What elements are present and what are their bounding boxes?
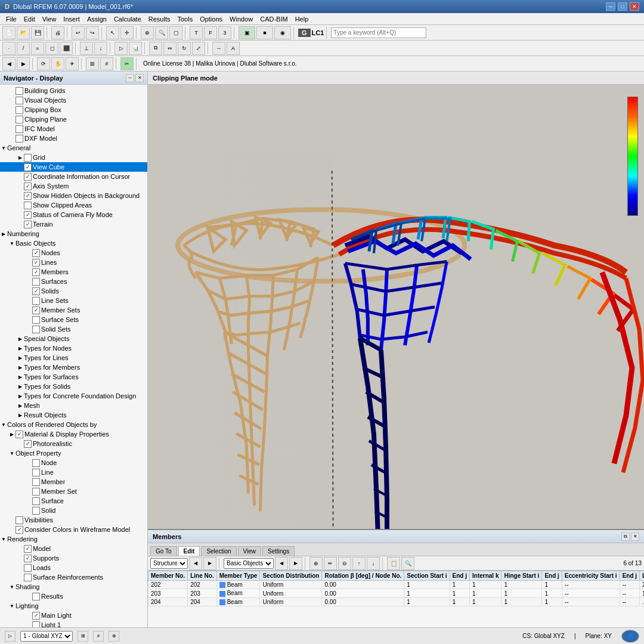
table-btn-6[interactable]: 📋	[387, 557, 400, 570]
nav-item-solid[interactable]: Solid	[0, 506, 147, 515]
nav-item-show-clipped[interactable]: Show Clipped Areas	[0, 200, 147, 210]
tree-checkbox[interactable]	[32, 507, 40, 515]
nav-item-types-members[interactable]: ▶ Types for Members	[0, 363, 147, 372]
table-row[interactable]: 204 204 Beam Uniform 0.00 1 1 1 1 1 -- -…	[148, 597, 645, 606]
nav-item-ifc-model[interactable]: IFC Model	[0, 124, 147, 134]
tree-checkbox[interactable]	[32, 287, 40, 295]
result-btn[interactable]: 📊	[129, 42, 142, 55]
menu-edit[interactable]: Edit	[20, 14, 39, 24]
tree-checkbox[interactable]	[32, 488, 40, 496]
tab-settings[interactable]: Settings	[262, 546, 295, 556]
nav-item-surfaces[interactable]: Surfaces	[0, 277, 147, 286]
support-tool[interactable]: ⊥	[80, 42, 93, 55]
view-top-btn[interactable]: T	[190, 26, 203, 39]
tree-checkbox[interactable]	[24, 192, 32, 200]
tree-checkbox[interactable]	[24, 163, 32, 171]
nav-item-result-objects[interactable]: ▶ Result Objects	[0, 410, 147, 420]
window-controls[interactable]: ─ □ ✕	[606, 2, 639, 11]
view-front-btn[interactable]: F	[204, 26, 217, 39]
menu-file[interactable]: File	[2, 14, 20, 24]
tree-checkbox[interactable]	[16, 516, 23, 524]
filter-type-select[interactable]: Structure	[150, 558, 188, 569]
pan-btn[interactable]: ✋	[51, 57, 64, 70]
print-btn[interactable]: 🖨	[51, 26, 64, 39]
tab-view[interactable]: View	[238, 546, 262, 556]
load-tool[interactable]: ↓	[94, 42, 107, 55]
menu-cad-bim[interactable]: CAD-BIM	[256, 14, 291, 24]
tab-edit[interactable]: Edit	[178, 546, 200, 556]
render-btn[interactable]: ◉	[274, 26, 291, 39]
minimize-btn[interactable]: ─	[606, 2, 615, 11]
tree-checkbox[interactable]	[32, 316, 40, 324]
tree-checkbox[interactable]	[32, 497, 40, 505]
nav-item-main-light[interactable]: Main Light	[0, 611, 147, 620]
nav-item-special-objects[interactable]: ▶ Special Objects	[0, 334, 147, 343]
nav-item-loads[interactable]: Loads	[0, 563, 147, 572]
tree-checkbox[interactable]	[32, 612, 40, 620]
tree-checkbox[interactable]	[24, 555, 32, 562]
mirror-btn[interactable]: ⇔	[163, 42, 177, 55]
tree-checkbox[interactable]	[16, 526, 23, 534]
nav-item-clipping-plane[interactable]: Clipping Plane	[0, 114, 147, 124]
nav-item-line-sets[interactable]: Line Sets	[0, 296, 147, 305]
menu-help[interactable]: Help	[292, 14, 312, 24]
filter-object-select[interactable]: Basic Objects	[224, 558, 274, 569]
nav-item-member[interactable]: Member	[0, 477, 147, 487]
menu-results[interactable]: Results	[145, 14, 174, 24]
tree-checkbox[interactable]	[24, 440, 32, 448]
nav-item-axis-system[interactable]: Axis System	[0, 181, 147, 191]
zoom-all-btn[interactable]: ⊕	[141, 26, 154, 39]
nav-item-types-lines[interactable]: ▶ Types for Lines	[0, 353, 147, 363]
orbit-btn[interactable]: ⟳	[37, 57, 50, 70]
save-btn[interactable]: 💾	[31, 26, 44, 39]
nav-item-results-shading[interactable]: Results	[0, 592, 147, 601]
nav-item-surface[interactable]: Surface	[0, 496, 147, 506]
tree-checkbox[interactable]	[32, 306, 40, 314]
tree-checkbox[interactable]	[24, 564, 32, 572]
menu-options[interactable]: Options	[196, 14, 226, 24]
filter-obj-next[interactable]: ▶	[289, 557, 302, 570]
tree-checkbox[interactable]	[16, 125, 23, 133]
tab-goto[interactable]: Go To	[150, 546, 177, 556]
nav-close[interactable]: ✕	[135, 74, 144, 82]
table-btn-2[interactable]: ✏	[324, 557, 337, 570]
nav-item-basic-objects[interactable]: ▼ Basic Objects	[0, 239, 147, 248]
nav-item-nodes[interactable]: Nodes	[0, 248, 147, 258]
tree-checkbox[interactable]	[32, 478, 40, 486]
solid-btn[interactable]: ■	[256, 26, 273, 39]
tab-selection[interactable]: Selection	[201, 546, 236, 556]
tree-checkbox[interactable]	[32, 469, 40, 476]
nav-item-node[interactable]: Node	[0, 458, 147, 467]
status-btn3[interactable]: ⊕	[109, 631, 119, 642]
filter-next[interactable]: ▶	[203, 557, 216, 570]
nav-item-view-cube[interactable]: View Cube	[0, 162, 147, 172]
tree-checkbox[interactable]	[16, 431, 23, 438]
tree-checkbox[interactable]	[24, 545, 32, 553]
solid-tool[interactable]: ⬛	[60, 42, 73, 55]
nav-item-types-surfaces[interactable]: ▶ Types for Surfaces	[0, 372, 147, 382]
calc-btn[interactable]: ▷	[114, 42, 128, 55]
menu-insert[interactable]: Insert	[60, 14, 83, 24]
table-row[interactable]: 202 202 Beam Uniform 0.00 1 1 1 1 1 -- -…	[148, 581, 645, 589]
nav-item-visibilities[interactable]: Visibilities	[0, 515, 147, 525]
nav-item-material-display[interactable]: ▶ Material & Display Properties	[0, 429, 147, 439]
nav-item-lighting[interactable]: ▼ Lighting	[0, 601, 147, 611]
search-input[interactable]	[331, 27, 426, 38]
table-btn-1[interactable]: ⊕	[309, 557, 323, 570]
table-btn-3[interactable]: ⊖	[338, 557, 351, 570]
filter-obj-prev[interactable]: ◀	[275, 557, 288, 570]
coord-system-select[interactable]: 1 - Global XYZ	[20, 631, 73, 642]
nav-item-clipping-box[interactable]: Clipping Box	[0, 105, 147, 114]
tree-checkbox[interactable]	[32, 593, 40, 600]
view-prev[interactable]: ◀	[2, 57, 16, 70]
tree-checkbox[interactable]	[32, 259, 40, 267]
line-tool[interactable]: /	[17, 42, 30, 55]
nav-item-status-camera[interactable]: Status of Camera Fly Mode	[0, 210, 147, 219]
nav-item-types-solids[interactable]: ▶ Types for Solids	[0, 382, 147, 391]
nav-item-general[interactable]: ▼ General	[0, 143, 147, 153]
tree-checkbox[interactable]	[24, 182, 32, 190]
nav-item-terrain[interactable]: Terrain	[0, 219, 147, 229]
view-3d-btn[interactable]: 3	[218, 26, 231, 39]
filter-prev[interactable]: ◀	[189, 557, 202, 570]
nav-item-object-property[interactable]: ▼ Object Property	[0, 448, 147, 458]
